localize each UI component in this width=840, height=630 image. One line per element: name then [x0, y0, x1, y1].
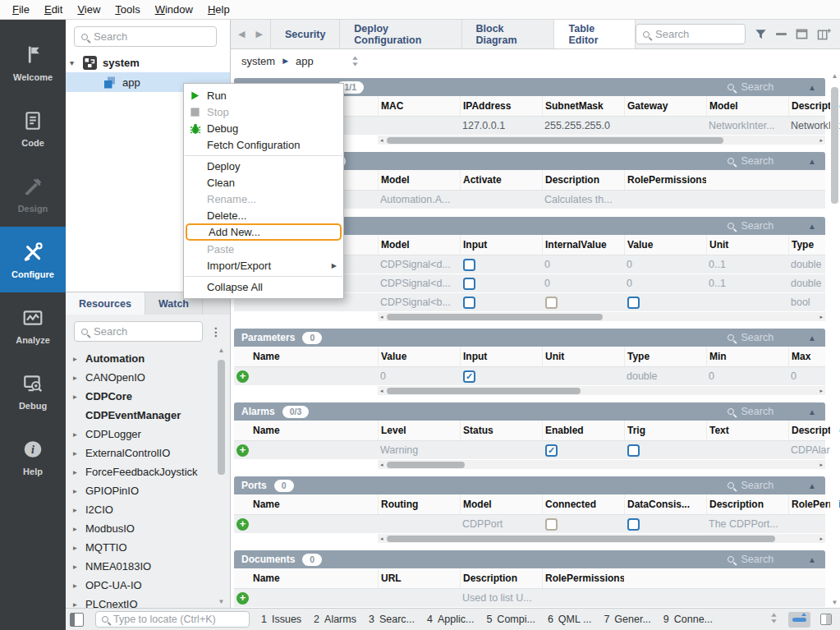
menu-help[interactable]: Help	[200, 2, 237, 17]
activity-help[interactable]: iHelp	[0, 424, 66, 490]
status-pane-searc[interactable]: 3Searc...	[369, 614, 415, 625]
scroll-handle[interactable]	[387, 462, 465, 468]
menu-item-clean[interactable]: Clean	[184, 174, 343, 191]
nav-back-icon[interactable]: ◀	[238, 29, 245, 39]
cell[interactable]: ✓	[542, 441, 624, 459]
resource-item-cdpeventmanager[interactable]: CDPEventManager	[66, 406, 230, 425]
tab-resources[interactable]: Resources	[66, 292, 145, 315]
section-header[interactable]: Alarms0/3Search▲	[234, 402, 825, 421]
section-search[interactable]: Search	[728, 81, 773, 93]
resource-item-cdpcore[interactable]: ▸CDPCore	[66, 387, 230, 406]
horizontal-scrollbar[interactable]: ◂▸	[378, 136, 825, 145]
breadcrumb-item-app[interactable]: app	[296, 55, 314, 67]
pane-updown-icon[interactable]	[769, 612, 778, 628]
menu-window[interactable]: Window	[148, 2, 200, 17]
checkbox[interactable]	[545, 297, 558, 309]
cell[interactable]	[542, 293, 624, 311]
cell[interactable]: 0	[542, 274, 624, 292]
tab-block-diagram[interactable]: Block Diagram	[462, 20, 555, 48]
resources-search[interactable]	[74, 321, 203, 342]
resource-item-cdplogger[interactable]: ▸CDPLogger	[66, 425, 230, 444]
status-pane-gener[interactable]: 7Gener...	[604, 614, 650, 625]
status-pane-alarms[interactable]: 2Alarms	[314, 614, 356, 625]
status-pane-compi[interactable]: 5Compi...	[486, 614, 535, 625]
scroll-handle[interactable]	[831, 87, 838, 204]
cell[interactable]	[378, 515, 460, 533]
cell[interactable]: CDPSignal<b...	[378, 293, 460, 311]
menu-item-debug[interactable]: Debug	[184, 120, 343, 136]
cell[interactable]	[624, 515, 706, 533]
menu-item-add-new[interactable]: Add New...	[186, 223, 342, 241]
cell[interactable]: Warning	[378, 441, 460, 459]
cell[interactable]: 0	[624, 255, 706, 274]
checkbox[interactable]	[627, 444, 640, 457]
scroll-right-icon[interactable]: ▸	[819, 314, 823, 320]
cell[interactable]: 0	[542, 255, 624, 274]
editor-search-input[interactable]	[655, 28, 738, 40]
locator-input[interactable]	[113, 614, 243, 625]
cell[interactable]	[250, 515, 378, 533]
menu-view[interactable]: View	[70, 2, 108, 17]
build-progress-button[interactable]	[788, 612, 810, 628]
horizontal-scrollbar[interactable]: ◂▸	[378, 312, 825, 321]
menu-tools[interactable]: Tools	[108, 2, 147, 17]
section-search[interactable]: Search	[728, 155, 773, 167]
scroll-handle[interactable]	[218, 360, 225, 475]
add-row-button[interactable]: +	[234, 367, 250, 385]
cell[interactable]	[542, 589, 624, 607]
section-header[interactable]: Documents0Search▲	[234, 550, 825, 568]
scroll-left-icon[interactable]: ◂	[380, 314, 383, 320]
menu-item-run[interactable]: Run	[184, 87, 343, 103]
collapse-icon[interactable]: ▲	[808, 83, 816, 92]
horizontal-scrollbar[interactable]: ◂▸	[378, 460, 825, 469]
collapse-icon[interactable]: ▲	[808, 481, 816, 490]
filter-icon[interactable]	[755, 28, 767, 40]
cell[interactable]: Automation.A...	[378, 191, 460, 209]
nav-forward-icon[interactable]: ▶	[256, 29, 263, 39]
cell[interactable]: 0	[378, 367, 460, 385]
scroll-handle[interactable]	[387, 536, 775, 542]
cell[interactable]	[460, 191, 542, 209]
section-search[interactable]: Search	[728, 332, 773, 343]
cell[interactable]	[460, 255, 542, 274]
breadcrumb-item-system[interactable]: system	[241, 55, 275, 67]
resource-item-i2cio[interactable]: ▸I2CIO	[66, 500, 230, 519]
horizontal-scrollbar[interactable]: ◂▸	[378, 386, 825, 395]
cell[interactable]	[624, 191, 706, 209]
cell[interactable]: 127.0.0.1	[460, 117, 542, 135]
activity-analyze[interactable]: Analyze	[0, 292, 66, 358]
cell[interactable]: double	[624, 367, 706, 385]
collapse-icon[interactable]: ▲	[808, 157, 816, 166]
cell[interactable]: 0..1	[706, 255, 788, 274]
cell[interactable]	[624, 441, 706, 459]
checkbox[interactable]: ✓	[545, 444, 558, 457]
editor-search[interactable]	[636, 24, 746, 44]
cell[interactable]	[460, 274, 542, 292]
tab-deploy-configuration[interactable]: Deploy Configuration	[340, 20, 461, 48]
scroll-down-icon[interactable]: ▼	[832, 599, 838, 607]
cell[interactable]	[378, 589, 460, 607]
status-pane-qml[interactable]: 6QML ...	[548, 614, 591, 625]
status-pane-issues[interactable]: 1Issues	[261, 614, 301, 625]
cell[interactable]: NetworkInter...	[706, 117, 788, 135]
cell[interactable]	[250, 367, 378, 385]
section-header[interactable]: Parameters0Search▲	[234, 329, 825, 347]
tree-item-system[interactable]: ▾system	[66, 53, 230, 72]
resources-scrollbar[interactable]: ▲ ▼	[217, 347, 226, 606]
scroll-right-icon[interactable]: ▸	[819, 137, 823, 143]
sidebar-toggle-icon[interactable]	[70, 613, 84, 627]
section-search[interactable]: Search	[728, 406, 773, 417]
cell[interactable]: Calculates th...	[542, 191, 624, 209]
cell[interactable]	[460, 441, 542, 459]
resource-item-externalcontrolio[interactable]: ▸ExternalControlIO	[66, 444, 230, 462]
cell[interactable]	[250, 589, 378, 607]
collapse-icon[interactable]: ▲	[808, 222, 816, 231]
resource-item-forcefeedbackjoystick[interactable]: ▸ForceFeedbackJoystick	[66, 462, 230, 481]
cell[interactable]	[542, 367, 624, 385]
scroll-right-icon[interactable]: ▸	[819, 536, 823, 541]
locator[interactable]	[95, 611, 250, 628]
section-search[interactable]: Search	[728, 480, 773, 491]
menu-item-fetch-configuration[interactable]: Fetch Configuration	[184, 136, 343, 153]
cell[interactable]	[706, 293, 788, 311]
collapse-icon[interactable]: ▲	[808, 407, 816, 416]
